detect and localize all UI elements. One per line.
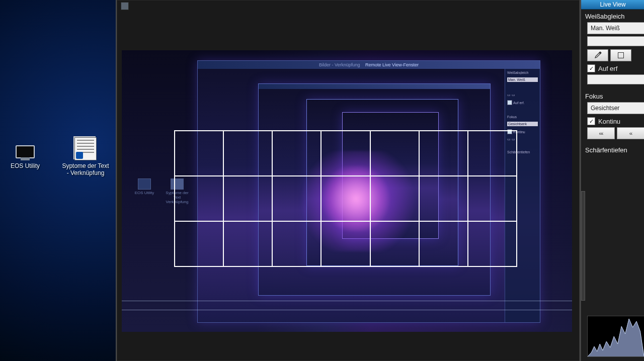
focus-near-small-button[interactable]: ‹‹ xyxy=(617,127,644,139)
inner-desktop-icon: EOS Utility xyxy=(129,178,159,195)
depth-of-field-label: Schärfentiefen xyxy=(581,143,644,156)
computer-icon xyxy=(16,144,35,160)
inner-gesicht: Gesichtserk xyxy=(507,122,538,126)
white-balance-label: Weißabgleich xyxy=(581,10,644,22)
checkbox-icon xyxy=(587,64,595,72)
control-panel: Live View Weißabgleich Man. Weiß Auf erf… xyxy=(581,0,644,361)
focus-mode-dropdown[interactable]: Gesichtser xyxy=(587,102,644,114)
eyedropper-button[interactable] xyxy=(587,49,608,61)
white-balance-dropdown[interactable]: Man. Weiß xyxy=(587,22,644,34)
inner-auf-label: Auf erf. xyxy=(513,101,525,105)
kontinu-checkbox-row[interactable]: Kontinu xyxy=(587,117,644,125)
wb-aux-button[interactable] xyxy=(610,49,631,61)
live-view-tab[interactable]: Live View xyxy=(581,0,644,10)
desktop-icon-label: Syptome der Text - Verknüpfung xyxy=(55,162,116,176)
inner-kontinu: Kontinu xyxy=(513,130,525,134)
eyedropper-icon xyxy=(594,51,602,59)
inner-panel: Weißabgleich Man. Weiß ▭ ▭ Auf erf. Foku… xyxy=(505,69,540,322)
square-icon xyxy=(618,52,624,58)
fokus-label: Fokus xyxy=(581,89,644,102)
wb-extra-field[interactable] xyxy=(587,74,644,84)
inner-wb-label: Weißabgleich xyxy=(507,71,538,74)
histogram xyxy=(587,316,644,357)
desktop-icon-label: EOS Utility xyxy=(0,162,55,169)
inner-wb-value: Man. Weiß xyxy=(507,77,538,82)
kontinu-label: Kontinu xyxy=(598,118,620,125)
svg-rect-0 xyxy=(599,51,602,54)
inner-desktop-icon: Syptome der Text Verknüpfung xyxy=(162,178,192,204)
desktop-background: EOS Utility Syptome der Text - Verknüpfu… xyxy=(0,0,116,361)
inner-desktop-icon-label: EOS Utility xyxy=(129,191,159,195)
inner-desktop-icon-label: Syptome der Text Verknüpfung xyxy=(162,191,192,204)
auf-erf-checkbox-row[interactable]: Auf erf xyxy=(587,64,644,72)
inner-title-prefix: Bilder - Verknüpfung xyxy=(319,62,360,67)
desktop-icon-eos-utility[interactable]: EOS Utility xyxy=(0,138,55,169)
inner-fokus-label: Fokus xyxy=(507,115,538,119)
auf-erf-label: Auf erf xyxy=(598,65,617,72)
white-balance-value-field[interactable] xyxy=(587,36,644,46)
checkbox-icon xyxy=(587,117,595,125)
desktop-icon-shortcut[interactable]: Syptome der Text - Verknüpfung xyxy=(55,138,116,176)
inner-schaerf: Schärfentiefen xyxy=(507,150,538,154)
inner-window-title: Remote Live View-Fenster xyxy=(365,62,419,67)
inner-window-titlebar: Bilder - Verknüpfung Remote Live View-Fe… xyxy=(198,61,540,69)
panel-scrollbar[interactable] xyxy=(581,191,585,301)
live-view-window: Bilder - Verknüpfung Remote Live View-Fe… xyxy=(116,0,581,361)
document-shortcut-icon xyxy=(74,137,97,160)
live-view-image[interactable]: Bilder - Verknüpfung Remote Live View-Fe… xyxy=(122,50,572,332)
focus-near-large-button[interactable]: ‹‹‹ xyxy=(587,127,615,139)
window-icon xyxy=(121,2,129,10)
histogram-chart-icon xyxy=(588,316,644,356)
